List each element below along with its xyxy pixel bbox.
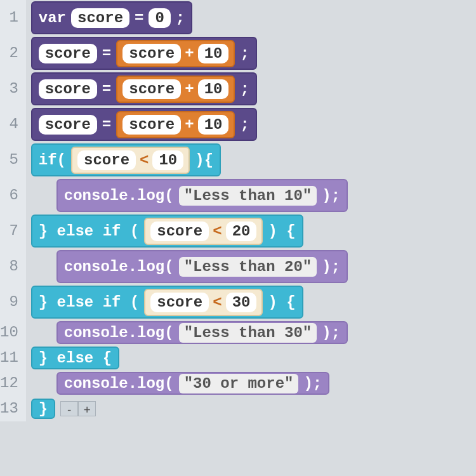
else-if-block[interactable]: } else if ( score < 20 ) { <box>31 215 303 248</box>
plus-op: + <box>185 45 194 62</box>
plus-op: + <box>185 81 194 98</box>
semicolon: ; <box>176 10 185 27</box>
line-number: 10 <box>0 320 18 345</box>
line-number: 13 <box>0 396 18 421</box>
console-log-fn: console.log( <box>64 375 174 392</box>
string-literal[interactable]: "30 or more" <box>179 374 299 393</box>
assign-block[interactable]: score = score + 10 ; <box>31 37 257 70</box>
var-name-pill[interactable]: score <box>39 79 97 99</box>
close-brace: } <box>39 400 48 418</box>
line-number: 11 <box>0 345 18 371</box>
line-number: 5 <box>0 142 18 178</box>
var-declare-block[interactable]: var score = 0 ; <box>31 1 192 34</box>
var-name-pill[interactable]: score <box>122 79 181 99</box>
console-log-fn: console.log( <box>64 258 174 275</box>
expression-block[interactable]: score + 10 <box>116 111 235 138</box>
else-keyword: } else { <box>39 350 112 367</box>
else-if-keyword: } else if ( <box>39 223 139 240</box>
string-literal[interactable]: "Less than 20" <box>179 257 317 277</box>
var-name-pill[interactable]: score <box>77 150 136 170</box>
if-post: ){ <box>195 152 213 169</box>
condition-block[interactable]: score < 10 <box>71 147 190 174</box>
line-number: 3 <box>0 71 18 107</box>
line-number: 8 <box>0 249 18 284</box>
expression-block[interactable]: score + 10 <box>116 76 235 103</box>
line-number: 2 <box>0 36 18 71</box>
value-pill[interactable]: 10 <box>198 79 229 99</box>
line-number: 4 <box>0 107 18 142</box>
lt-op: < <box>213 223 221 240</box>
value-pill[interactable]: 10 <box>152 150 183 170</box>
line-number: 12 <box>0 371 18 396</box>
console-log-block[interactable]: console.log( "Less than 10" ); <box>56 179 348 212</box>
console-log-fn: console.log( <box>64 324 174 341</box>
semicolon: ; <box>240 81 249 98</box>
var-name-pill[interactable]: score <box>39 115 97 135</box>
condition-block[interactable]: score < 20 <box>144 218 263 245</box>
line-number: 1 <box>0 0 18 36</box>
semicolon: ; <box>240 116 249 133</box>
lt-op: < <box>213 294 221 311</box>
assign-block[interactable]: score = score + 10 ; <box>31 72 257 105</box>
value-pill[interactable]: 30 <box>226 293 257 312</box>
close-brace-block[interactable]: } <box>31 399 55 419</box>
line-number: 7 <box>0 213 18 249</box>
close-paren: ); <box>322 258 340 275</box>
line-number: 9 <box>0 284 18 320</box>
close-paren: ); <box>322 324 340 341</box>
if-keyword: if( <box>39 152 66 169</box>
elseif-post: ) { <box>268 294 295 311</box>
keyword-var: var <box>39 10 66 27</box>
assign-block[interactable]: score = score + 10 ; <box>31 108 257 141</box>
value-pill[interactable]: 20 <box>226 221 257 241</box>
close-paren: ); <box>303 375 322 392</box>
line-number: 6 <box>0 178 18 213</box>
string-literal[interactable]: "Less than 30" <box>179 323 317 343</box>
else-if-keyword: } else if ( <box>39 294 139 311</box>
console-log-fn: console.log( <box>64 187 174 204</box>
console-log-block[interactable]: console.log( "Less than 20" ); <box>56 250 348 283</box>
equals-op: = <box>102 116 111 133</box>
elseif-post: ) { <box>268 223 295 240</box>
zoom-controls: - + <box>60 401 96 416</box>
plus-op: + <box>185 116 194 133</box>
console-log-block[interactable]: console.log( "Less than 30" ); <box>56 321 348 344</box>
string-literal[interactable]: "Less than 10" <box>179 186 317 206</box>
expression-block[interactable]: score + 10 <box>116 40 235 67</box>
equals-op: = <box>102 81 111 98</box>
var-name-pill[interactable]: score <box>122 115 181 135</box>
var-name-pill[interactable]: score <box>150 221 209 241</box>
if-block[interactable]: if( score < 10 ){ <box>31 143 221 176</box>
var-name-pill[interactable]: score <box>71 8 129 28</box>
line-gutter: 1 2 3 4 5 6 7 8 9 10 11 12 13 <box>0 0 26 421</box>
zoom-in-button[interactable]: + <box>78 401 96 416</box>
var-name-pill[interactable]: score <box>122 44 181 63</box>
else-block[interactable]: } else { <box>31 347 119 369</box>
var-name-pill[interactable]: score <box>150 293 209 312</box>
value-pill[interactable]: 10 <box>198 44 229 63</box>
code-area[interactable]: var score = 0 ; score = score + 10 ; sco… <box>26 0 476 421</box>
value-pill[interactable]: 0 <box>149 8 170 28</box>
equals-op: = <box>135 10 143 27</box>
console-log-block[interactable]: console.log( "30 or more" ); <box>56 372 329 395</box>
var-name-pill[interactable]: score <box>39 44 97 63</box>
value-pill[interactable]: 10 <box>198 115 229 135</box>
equals-op: = <box>102 45 111 62</box>
else-if-block[interactable]: } else if ( score < 30 ) { <box>31 286 303 319</box>
zoom-out-button[interactable]: - <box>60 401 78 416</box>
lt-op: < <box>140 152 149 169</box>
condition-block[interactable]: score < 30 <box>144 289 263 316</box>
close-paren: ); <box>322 187 340 204</box>
semicolon: ; <box>240 45 249 62</box>
